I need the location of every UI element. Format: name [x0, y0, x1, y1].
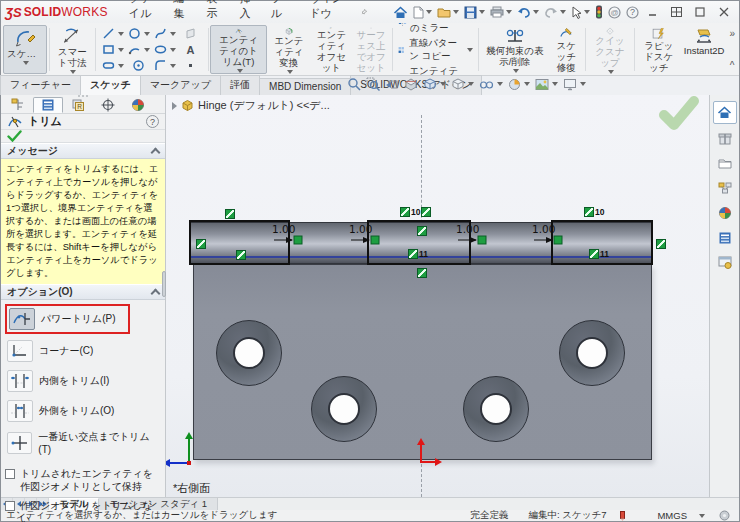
zoom-fit-icon[interactable] — [346, 77, 362, 91]
relation-marker-icon[interactable] — [225, 209, 235, 219]
plane-tool-icon[interactable] — [178, 26, 204, 42]
dimension-2[interactable]: 1.00 — [349, 223, 385, 245]
display-manager-tab-icon[interactable] — [123, 97, 153, 113]
option-corner[interactable]: コーナー(C) — [5, 338, 95, 364]
power-trim-icon[interactable] — [9, 308, 35, 330]
dimension-1[interactable]: 1.00 — [272, 223, 308, 245]
sketch-origin-icon[interactable] — [421, 461, 436, 463]
pm-help-icon[interactable]: ? — [146, 115, 159, 128]
dimxpert-manager-tab-icon[interactable] — [93, 97, 123, 113]
option-trim-away-inside[interactable]: 内側をトリム(I) — [5, 368, 111, 394]
section-view-icon[interactable] — [403, 77, 419, 91]
instant2d-button[interactable]: Instant2D — [681, 25, 728, 74]
dimension-3[interactable]: 1.00 — [456, 223, 492, 245]
trim-to-closest-icon[interactable] — [7, 432, 32, 454]
relation-marker-icon[interactable] — [417, 226, 427, 236]
relation-tag-11[interactable]: 11 — [589, 249, 609, 259]
ribbon-overflow-button[interactable]: » — [729, 28, 735, 39]
hole-bore[interactable] — [576, 337, 608, 369]
property-manager-tab-icon[interactable] — [33, 97, 63, 113]
trim-entities-button[interactable]: エンティティのトリム(T) — [210, 25, 266, 74]
view-settings-icon[interactable] — [562, 78, 587, 91]
perimeter-circle-tool-icon[interactable] — [126, 58, 152, 74]
status-badge-icon[interactable] — [705, 510, 734, 521]
viewports-icon[interactable] — [665, 3, 687, 21]
relation-marker-icon[interactable] — [589, 249, 599, 259]
custom-properties-icon[interactable] — [713, 226, 737, 249]
linear-pattern-button[interactable]: 直線パターン コピー — [398, 37, 473, 63]
quick-snaps-button[interactable]: クイックスナップ — [588, 25, 632, 74]
home-tab-icon[interactable] — [713, 101, 737, 124]
message-section-header[interactable]: メッセージ — [1, 143, 165, 159]
relation-marker-icon[interactable] — [417, 268, 427, 278]
tree-node-label[interactable]: Hinge (デフォルト) <<デ... — [198, 98, 330, 113]
relation-tag-10[interactable]: 10 — [584, 207, 604, 217]
corner-icon[interactable] — [7, 340, 33, 362]
design-library-icon[interactable] — [713, 151, 737, 174]
restore-icon[interactable] — [689, 3, 711, 21]
point-tool-icon[interactable] — [178, 58, 204, 74]
ribbon-collapse-button[interactable]: ^ — [730, 60, 735, 71]
trim-away-outside-icon[interactable] — [7, 400, 33, 422]
ellipse-tool-icon[interactable] — [152, 42, 178, 58]
feature-manager-tab-icon[interactable] — [3, 97, 33, 113]
file-explorer-icon[interactable] — [713, 176, 737, 199]
redo-icon[interactable] — [542, 6, 568, 19]
apply-scene-icon[interactable] — [534, 78, 559, 91]
hide-show-items-icon[interactable] — [478, 78, 504, 91]
solidworks-resources-icon[interactable] — [713, 126, 737, 149]
select-icon[interactable] — [569, 5, 592, 20]
dimension-value[interactable]: 1.00 — [272, 223, 295, 235]
relation-marker-icon[interactable] — [656, 239, 666, 249]
sketch-button[interactable]: スケッチ — [3, 25, 47, 74]
rectangle-tool-icon[interactable] — [100, 42, 126, 58]
relation-tag-10[interactable]: 10 — [400, 207, 431, 217]
ignore-construction-checkbox-row[interactable]: 作図ジオメトリをトリムしない — [5, 500, 161, 522]
spline-tool-icon[interactable] — [152, 26, 178, 42]
previous-view-icon[interactable] — [384, 77, 400, 91]
display-delete-relations-dropdown-icon[interactable] — [513, 69, 519, 73]
countersunk-hole[interactable] — [216, 320, 282, 386]
text-tool-icon[interactable]: A — [178, 42, 204, 58]
countersunk-hole[interactable] — [311, 376, 377, 442]
arc-tool-icon[interactable] — [126, 42, 152, 58]
collapse-chevron-icon[interactable] — [151, 148, 161, 158]
relation-marker-icon[interactable] — [421, 207, 431, 217]
undo-icon[interactable] — [515, 6, 541, 19]
convert-entities-button[interactable]: エンティティ変換 — [267, 25, 311, 74]
configuration-manager-tab-icon[interactable]: R — [63, 97, 93, 113]
dimension-value[interactable]: 1.00 — [456, 223, 479, 235]
pin-menu-icon[interactable] — [361, 6, 367, 18]
display-delete-relations-button[interactable]: 幾何拘束の表示/削除 — [480, 25, 549, 74]
relation-marker-icon[interactable] — [408, 249, 418, 259]
minimize-icon[interactable] — [641, 3, 663, 21]
offset-entities-button[interactable]: エンティティ オフセット — [311, 25, 352, 74]
option-trim-away-outside[interactable]: 外側をトリム(O) — [5, 398, 116, 424]
hole-bore[interactable] — [233, 337, 265, 369]
fillet-tool-icon[interactable] — [152, 58, 178, 74]
keep-as-construction-checkbox-row[interactable]: トリムされたエンティティを作図ジオメトリとして保持 — [5, 468, 161, 493]
relation-marker-icon[interactable] — [400, 207, 410, 217]
option-trim-to-closest[interactable]: 一番近い交点までトリム(T) — [5, 428, 161, 457]
tab-evaluate[interactable]: 評価 — [220, 75, 260, 95]
tree-expander-icon[interactable] — [172, 102, 177, 110]
countersunk-hole[interactable] — [463, 376, 529, 442]
rebuild-stoplight-icon[interactable] — [593, 4, 605, 20]
relation-marker-icon[interactable] — [196, 239, 206, 249]
ignore-construction-checkbox[interactable] — [5, 501, 15, 511]
tab-markup[interactable]: マークアップ — [140, 75, 221, 95]
relation-marker-icon[interactable] — [584, 207, 594, 217]
flyout-feature-tree[interactable]: Hinge (デフォルト) <<デ... — [172, 98, 330, 113]
hole-bore[interactable] — [480, 393, 512, 425]
home-icon[interactable] — [391, 5, 410, 20]
mirror-entities-button[interactable]: エンティティのミラー — [398, 23, 473, 35]
display-style-icon[interactable] — [450, 77, 475, 91]
tab-features[interactable]: フィーチャー — [0, 75, 81, 95]
offset-on-surface-button[interactable]: サーフェス上 でオフセット — [352, 25, 390, 74]
trim-away-inside-icon[interactable] — [7, 370, 33, 392]
hole-bore[interactable] — [328, 393, 360, 425]
save-icon[interactable] — [462, 5, 487, 20]
smart-dimension-button[interactable]: スマート寸法 — [52, 25, 93, 74]
forum-icon[interactable] — [713, 251, 737, 274]
tab-sketch[interactable]: スケッチ — [80, 75, 141, 95]
